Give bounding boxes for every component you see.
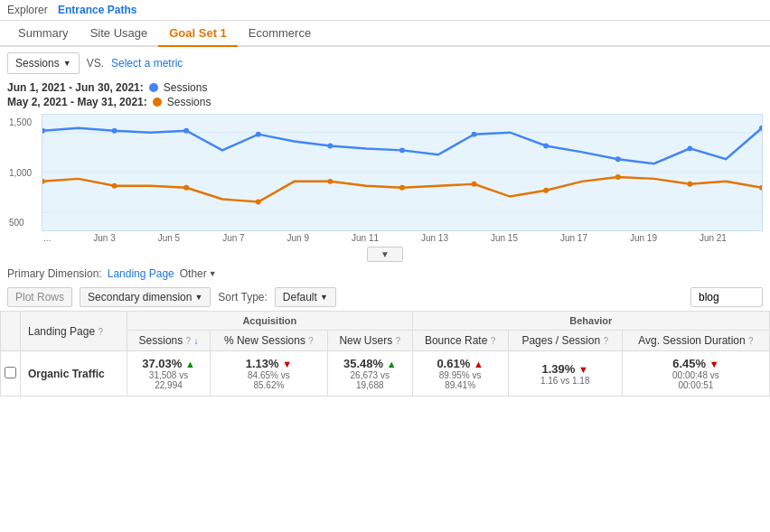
secondary-dim-arrow-icon: ▼	[194, 293, 202, 302]
new-users-up-icon: ▲	[387, 359, 397, 369]
x-label-dots: ...	[43, 233, 51, 243]
svg-point-16	[183, 185, 189, 191]
svg-point-21	[543, 188, 549, 193]
tab-ecommerce[interactable]: Ecommerce	[238, 21, 322, 47]
svg-point-23	[687, 182, 692, 187]
data-table: Landing Page ? Acquisition Behavior Sess…	[0, 311, 770, 397]
pct-new-value: 1.13%	[246, 357, 279, 370]
secondary-dim-label: Secondary dimension	[88, 291, 192, 303]
svg-point-15	[112, 183, 117, 189]
new-users-sub2: 19,688	[356, 380, 384, 390]
select-metric-link[interactable]: Select a metric	[111, 57, 183, 70]
col-pct-new-sessions: % New Sessions ?	[210, 331, 327, 351]
breadcrumb-explorer: Explorer	[7, 4, 48, 16]
cell-bounce-rate: 0.61% ▲ 89.95% vs 89.41%	[412, 351, 508, 397]
secondary-dim-dropdown[interactable]: Secondary dimension ▼	[80, 287, 211, 307]
sort-default-label: Default	[283, 291, 317, 303]
svg-point-6	[256, 132, 261, 137]
svg-point-18	[327, 179, 333, 184]
svg-point-9	[472, 132, 477, 137]
sort-arrow-icon: ▼	[320, 293, 328, 302]
group-behavior: Behavior	[412, 312, 769, 331]
svg-point-20	[472, 182, 477, 187]
svg-point-19	[399, 185, 405, 191]
sort-default-dropdown[interactable]: Default ▼	[275, 287, 336, 307]
col-avg-session: Avg. Session Duration ?	[622, 331, 769, 351]
svg-point-17	[256, 200, 261, 205]
y-label-1500: 1,500	[9, 117, 40, 127]
legend-metric-2: Sessions	[167, 96, 211, 108]
other-label: Other	[180, 267, 207, 280]
sessions-sub1: 31,508 vs	[149, 370, 188, 380]
scroll-chart-btn[interactable]: ▼	[367, 247, 403, 262]
x-label-jun21: Jun 21	[700, 233, 727, 243]
legend-metric-1: Sessions	[164, 81, 208, 94]
avg-session-sub1: 00:00:48 vs	[672, 370, 719, 380]
tab-summary[interactable]: Summary	[7, 21, 80, 47]
legend-row-2: May 2, 2021 - May 31, 2021: Sessions	[7, 96, 763, 108]
help-icon-avg[interactable]: ?	[748, 336, 754, 346]
cell-avg-session: 6.45% ▼ 00:00:48 vs 00:00:51	[622, 351, 769, 397]
legend-dot-blue	[149, 83, 158, 92]
legend-date-1: Jun 1, 2021 - Jun 30, 2021:	[7, 81, 144, 94]
col-pages-session: Pages / Session ?	[508, 331, 622, 351]
pct-new-sub2: 85.62%	[253, 380, 284, 390]
svg-point-11	[615, 156, 621, 162]
svg-point-4	[112, 128, 117, 134]
avg-session-down-icon: ▼	[709, 359, 719, 369]
svg-point-10	[543, 144, 549, 149]
pages-down-icon: ▼	[578, 364, 588, 375]
help-icon-landing[interactable]: ?	[98, 327, 103, 337]
help-icon-sessions[interactable]: ?	[186, 336, 192, 346]
svg-point-8	[399, 147, 405, 153]
sort-icon-sessions[interactable]: ↓	[193, 336, 198, 346]
avg-session-sub2: 00:00:51	[678, 380, 713, 390]
help-icon-pages[interactable]: ?	[603, 336, 608, 346]
group-acquisition: Acquisition	[127, 312, 412, 331]
pages-sub1: 1.16 vs 1.18	[540, 376, 589, 386]
sessions-sub2: 22,994	[155, 380, 183, 390]
breadcrumb-separator	[52, 4, 54, 16]
bounce-rate-sub1: 89.95% vs	[439, 370, 482, 380]
pages-value: 1.39%	[542, 362, 576, 376]
plot-rows-btn[interactable]: Plot Rows	[7, 287, 72, 307]
tab-site-usage[interactable]: Site Usage	[80, 21, 159, 47]
help-icon-pct-new[interactable]: ?	[308, 336, 314, 346]
vs-label: VS.	[87, 57, 104, 70]
landing-page-link[interactable]: Landing Page	[108, 267, 174, 280]
svg-point-24	[759, 185, 762, 191]
help-icon-new-users[interactable]: ?	[395, 336, 400, 346]
sort-type-label: Sort Type:	[218, 291, 267, 303]
svg-point-12	[687, 145, 692, 151]
bounce-rate-up-icon: ▲	[474, 359, 484, 369]
x-label-jun3: Jun 3	[93, 233, 115, 243]
row-checkbox[interactable]	[5, 367, 16, 378]
x-label-jun17: Jun 17	[560, 233, 587, 243]
help-icon-bounce[interactable]: ?	[491, 336, 496, 346]
col-sessions: Sessions ? ↓	[127, 331, 211, 351]
x-label-jun13: Jun 13	[421, 233, 448, 243]
svg-point-7	[327, 144, 333, 149]
breadcrumb-current[interactable]: Entrance Paths	[58, 4, 136, 16]
cell-landing-page: Organic Traffic	[21, 351, 127, 397]
legend-dot-orange	[153, 98, 162, 107]
bounce-rate-sub2: 89.41%	[445, 380, 475, 390]
table-row: Organic Traffic 37.03% ▲ 31,508 vs 22,99…	[1, 351, 770, 397]
other-dropdown[interactable]: Other ▼	[180, 267, 217, 280]
tab-goal-set-1[interactable]: Goal Set 1	[158, 21, 238, 47]
metric-dropdown-label: Sessions	[15, 57, 60, 70]
cell-pct-new-sessions: 1.13% ▼ 84.65% vs 85.62%	[210, 351, 327, 397]
cell-new-users: 35.48% ▲ 26,673 vs 19,688	[327, 351, 412, 397]
x-label-jun11: Jun 11	[352, 233, 379, 243]
bounce-rate-value: 0.61%	[437, 357, 470, 370]
svg-point-22	[615, 174, 621, 180]
dropdown-arrow-icon: ▼	[63, 59, 71, 68]
primary-dim-label: Primary Dimension:	[7, 267, 102, 280]
y-label-1000: 1,000	[9, 168, 40, 178]
x-label-jun9: Jun 9	[287, 233, 309, 243]
search-input[interactable]	[690, 287, 763, 307]
metric-dropdown[interactable]: Sessions ▼	[7, 52, 80, 74]
avg-session-value: 6.45%	[672, 357, 706, 370]
col-new-users: New Users ?	[327, 331, 412, 351]
table-group-header: Landing Page ? Acquisition Behavior	[1, 312, 770, 331]
